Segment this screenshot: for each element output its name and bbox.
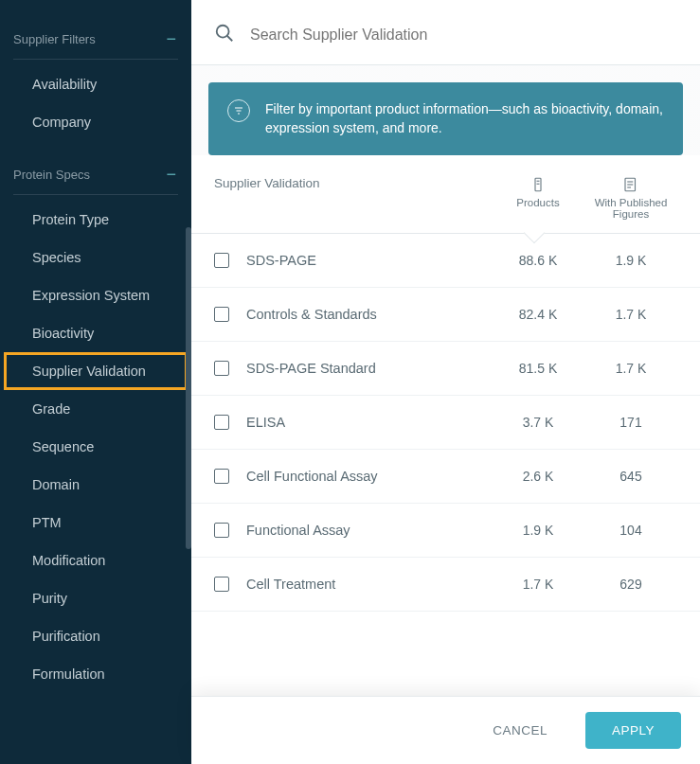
column-products: Products	[492, 176, 584, 220]
table-header: Supplier Validation Products With Publis…	[191, 155, 700, 234]
checkbox[interactable]	[214, 307, 229, 322]
option-products-count: 1.9 K	[492, 523, 584, 538]
sidebar-item-formulation[interactable]: Formulation	[0, 655, 191, 693]
sidebar-item-species[interactable]: Species	[0, 239, 191, 276]
option-label: Functional Assay	[246, 523, 492, 538]
sidebar-section-header[interactable]: Supplier Filters−	[0, 19, 191, 59]
option-row[interactable]: Controls & Standards82.4 K1.7 K	[191, 288, 700, 342]
cancel-button[interactable]: CANCEL	[466, 712, 574, 749]
sidebar-item-protein-type[interactable]: Protein Type	[0, 201, 191, 239]
sidebar-item-grade[interactable]: Grade	[0, 390, 191, 428]
sidebar-item-domain[interactable]: Domain	[0, 466, 191, 504]
checkbox[interactable]	[214, 577, 229, 592]
sidebar-item-bioactivity[interactable]: Bioactivity	[0, 314, 191, 352]
svg-line-1	[227, 36, 233, 42]
option-label: Cell Treatment	[246, 577, 492, 592]
search-row	[191, 0, 700, 65]
option-products-count: 1.7 K	[492, 577, 584, 592]
option-products-count: 2.6 K	[492, 469, 584, 484]
sidebar: Supplier Filters−AvailabilityCompanyProt…	[0, 0, 191, 764]
sidebar-item-modification[interactable]: Modification	[0, 542, 191, 579]
search-icon	[214, 23, 235, 47]
sidebar-item-purification[interactable]: Purification	[0, 617, 191, 655]
search-input[interactable]	[250, 27, 677, 44]
option-label: Controls & Standards	[246, 307, 492, 322]
panel-footer: CANCEL APPLY	[191, 696, 700, 764]
svg-rect-5	[535, 178, 541, 191]
column-figures: With Published Figures	[584, 176, 677, 220]
filter-panel: Filter by important product information—…	[191, 0, 700, 764]
sidebar-item-availability[interactable]: Availability	[0, 65, 191, 103]
option-figures-count: 645	[584, 469, 677, 484]
apply-button[interactable]: APPLY	[585, 712, 681, 749]
sidebar-item-sequence[interactable]: Sequence	[0, 428, 191, 466]
sidebar-item-purity[interactable]: Purity	[0, 579, 191, 617]
info-banner: Filter by important product information—…	[208, 82, 683, 155]
option-label: SDS-PAGE Standard	[246, 361, 492, 376]
option-figures-count: 1.9 K	[584, 253, 677, 268]
option-figures-count: 104	[584, 523, 677, 538]
checkbox[interactable]	[214, 523, 229, 538]
checkbox[interactable]	[214, 361, 229, 376]
info-text: Filter by important product information—…	[265, 99, 664, 138]
option-figures-count: 629	[584, 577, 677, 592]
sidebar-item-supplier-validation[interactable]: Supplier Validation	[4, 352, 188, 390]
option-products-count: 3.7 K	[492, 415, 584, 430]
filter-icon	[227, 99, 250, 122]
option-products-count: 81.5 K	[492, 361, 584, 376]
column-label: Supplier Validation	[214, 176, 492, 220]
option-figures-count: 171	[584, 415, 677, 430]
option-figures-count: 1.7 K	[584, 307, 677, 322]
options-list[interactable]: SDS-PAGE88.6 K1.9 KControls & Standards8…	[191, 234, 700, 696]
option-label: Cell Functional Assay	[246, 469, 492, 484]
option-row[interactable]: ELISA3.7 K171	[191, 396, 700, 450]
checkbox[interactable]	[214, 253, 229, 268]
option-row[interactable]: Cell Treatment1.7 K629	[191, 558, 700, 612]
checkbox[interactable]	[214, 469, 229, 484]
sidebar-section-title: Supplier Filters	[13, 32, 96, 46]
option-row[interactable]: Functional Assay1.9 K104	[191, 504, 700, 558]
option-row[interactable]: SDS-PAGE Standard81.5 K1.7 K	[191, 342, 700, 396]
option-products-count: 88.6 K	[492, 253, 584, 268]
collapse-icon[interactable]: −	[166, 166, 176, 183]
checkbox[interactable]	[214, 415, 229, 430]
option-label: SDS-PAGE	[246, 253, 492, 268]
option-row[interactable]: Cell Functional Assay2.6 K645	[191, 450, 700, 504]
svg-point-0	[217, 26, 229, 38]
sidebar-section-header[interactable]: Protein Specs−	[0, 154, 191, 194]
sidebar-section-title: Protein Specs	[13, 168, 90, 182]
option-products-count: 82.4 K	[492, 307, 584, 322]
option-label: ELISA	[246, 415, 492, 430]
sidebar-item-expression-system[interactable]: Expression System	[0, 276, 191, 314]
option-row[interactable]: SDS-PAGE88.6 K1.9 K	[191, 234, 700, 288]
collapse-icon[interactable]: −	[166, 30, 176, 47]
sidebar-item-ptm[interactable]: PTM	[0, 504, 191, 542]
option-figures-count: 1.7 K	[584, 361, 677, 376]
sidebar-item-company[interactable]: Company	[0, 103, 191, 141]
